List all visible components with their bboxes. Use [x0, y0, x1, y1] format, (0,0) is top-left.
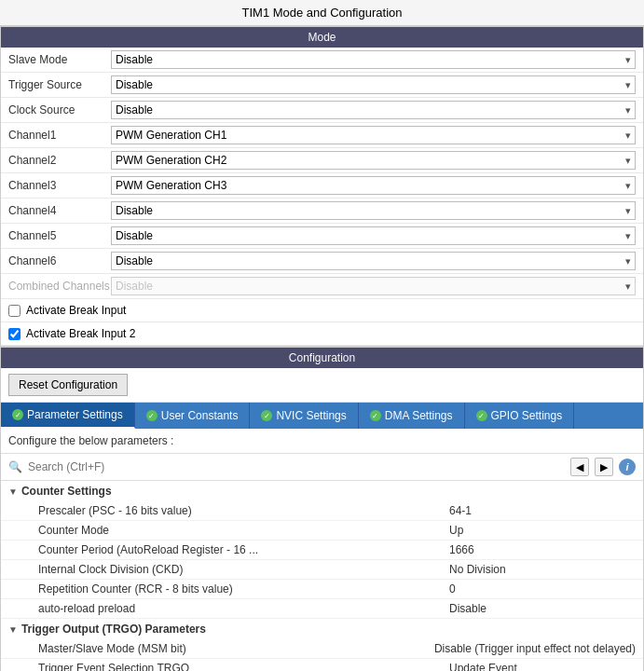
- field-label: Channel5: [8, 229, 111, 242]
- tab-check-icon: ✓: [12, 409, 23, 420]
- tab-label: Parameter Settings: [27, 408, 123, 421]
- field-label: Channel4: [8, 204, 111, 217]
- param-row: Prescaler (PSC - 16 bits value)64-1: [1, 501, 643, 521]
- mode-field-row: Channel2PWM Generation CH2: [1, 148, 643, 173]
- mode-fields: Slave ModeDisableTrigger SourceDisableCl…: [1, 48, 643, 299]
- search-input[interactable]: [28, 460, 565, 473]
- checkbox-row: Activate Break Input: [1, 299, 643, 322]
- field-select[interactable]: Disable: [111, 75, 636, 94]
- param-name: Prescaler (PSC - 16 bits value): [38, 504, 449, 517]
- param-row: Trigger Event Selection TRGOUpdate Event: [1, 659, 643, 671]
- mode-field-row: Combined ChannelsDisable: [1, 274, 643, 299]
- tab-gpio-settings[interactable]: ✓GPIO Settings: [465, 403, 575, 429]
- param-name: Master/Slave Mode (MSM bit): [38, 642, 434, 655]
- tab-check-icon: ✓: [146, 410, 158, 421]
- config-section: Configuration Reset Configuration ✓Param…: [0, 347, 644, 671]
- group-toggle-icon: ▼: [8, 624, 18, 635]
- checkbox-row: Activate Break Input 2: [1, 322, 643, 346]
- tab-dma-settings[interactable]: ✓DMA Settings: [359, 403, 465, 429]
- param-value: Update Event: [449, 662, 636, 671]
- param-row: Master/Slave Mode (MSM bit)Disable (Trig…: [1, 639, 643, 659]
- mode-field-row: Channel1PWM Generation CH1: [1, 123, 643, 148]
- field-label: Trigger Source: [8, 78, 111, 91]
- checkbox-label: Activate Break Input 2: [26, 327, 135, 340]
- mode-field-row: Trigger SourceDisable: [1, 73, 643, 98]
- tab-check-icon: ✓: [370, 410, 381, 421]
- param-value: 0: [449, 582, 636, 596]
- mode-section-header: Mode: [1, 27, 643, 48]
- group-label: Counter Settings: [21, 485, 112, 498]
- param-row: Counter Period (AutoReload Register - 16…: [1, 541, 643, 560]
- field-label: Channel3: [8, 179, 111, 192]
- field-label: Clock Source: [8, 103, 111, 116]
- tab-label: User Constants: [161, 409, 239, 422]
- tab-check-icon: ✓: [476, 410, 487, 421]
- param-name: Counter Mode: [38, 524, 449, 537]
- nav-prev-button[interactable]: ◀: [570, 458, 589, 476]
- mode-section: Mode Slave ModeDisableTrigger SourceDisa…: [0, 26, 644, 347]
- param-value: No Division: [449, 563, 636, 576]
- tab-nvic-settings[interactable]: ✓NVIC Settings: [250, 403, 358, 429]
- param-value: 64-1: [449, 504, 636, 517]
- param-value: Disable (Trigger input effect not delaye…: [434, 642, 636, 655]
- configure-text: Configure the below parameters :: [1, 429, 643, 454]
- group-header[interactable]: ▼Trigger Output (TRGO) Parameters: [1, 619, 643, 639]
- page-title: TIM1 Mode and Configuration: [0, 0, 644, 26]
- reset-btn-row: Reset Configuration: [1, 368, 643, 403]
- checkbox-input[interactable]: [8, 305, 21, 317]
- search-row: 🔍 ◀ ▶ i: [1, 454, 643, 481]
- field-select[interactable]: PWM Generation CH3: [111, 176, 636, 195]
- group-label: Trigger Output (TRGO) Parameters: [21, 623, 206, 636]
- param-row: auto-reload preloadDisable: [1, 599, 643, 619]
- field-select[interactable]: Disable: [111, 201, 636, 220]
- field-select[interactable]: PWM Generation CH1: [111, 126, 636, 144]
- field-label: Slave Mode: [8, 53, 111, 66]
- tab-label: GPIO Settings: [491, 409, 563, 422]
- nav-next-button[interactable]: ▶: [595, 458, 613, 476]
- tabs-row: ✓Parameter Settings✓User Constants✓NVIC …: [1, 403, 643, 429]
- config-section-header: Configuration: [1, 348, 643, 368]
- field-label: Channel1: [8, 129, 111, 142]
- param-row: Repetition Counter (RCR - 8 bits value)0: [1, 580, 643, 599]
- param-name: Repetition Counter (RCR - 8 bits value): [38, 582, 449, 596]
- field-select[interactable]: Disable: [111, 252, 636, 270]
- checkbox-label: Activate Break Input: [26, 304, 126, 317]
- param-value: 1666: [449, 543, 636, 556]
- param-name: Counter Period (AutoReload Register - 16…: [38, 543, 449, 556]
- field-label: Channel6: [8, 254, 111, 267]
- group-header[interactable]: ▼Counter Settings: [1, 481, 643, 501]
- param-row: Counter ModeUp: [1, 521, 643, 541]
- mode-field-row: Channel4Disable: [1, 199, 643, 224]
- param-value: Up: [449, 524, 636, 537]
- field-select[interactable]: PWM Generation CH2: [111, 151, 636, 170]
- mode-field-row: Slave ModeDisable: [1, 48, 643, 73]
- mode-field-row: Channel3PWM Generation CH3: [1, 173, 643, 199]
- field-label: Combined Channels: [8, 280, 111, 293]
- mode-field-row: Clock SourceDisable: [1, 98, 643, 123]
- param-name: Trigger Event Selection TRGO: [38, 662, 449, 671]
- tab-user-constants[interactable]: ✓User Constants: [135, 403, 251, 429]
- param-name: auto-reload preload: [38, 602, 449, 615]
- param-name: Internal Clock Division (CKD): [38, 563, 449, 576]
- field-select: Disable: [111, 277, 636, 295]
- checkbox-input[interactable]: [8, 328, 21, 340]
- field-select[interactable]: Disable: [111, 101, 636, 119]
- tab-label: NVIC Settings: [276, 409, 346, 422]
- tab-parameter-settings[interactable]: ✓Parameter Settings: [1, 403, 135, 429]
- field-select[interactable]: Disable: [111, 226, 636, 245]
- params-area: ▼Counter SettingsPrescaler (PSC - 16 bit…: [1, 481, 643, 671]
- tab-label: DMA Settings: [385, 409, 453, 422]
- mode-field-row: Channel5Disable: [1, 224, 643, 249]
- tab-check-icon: ✓: [261, 410, 272, 421]
- info-icon[interactable]: i: [619, 459, 636, 475]
- group-toggle-icon: ▼: [8, 486, 18, 497]
- search-icon: 🔍: [8, 460, 22, 473]
- field-label: Channel2: [8, 154, 111, 167]
- param-value: Disable: [449, 602, 636, 615]
- param-row: Internal Clock Division (CKD)No Division: [1, 560, 643, 580]
- reset-configuration-button[interactable]: Reset Configuration: [8, 374, 128, 396]
- checkboxes: Activate Break InputActivate Break Input…: [1, 299, 643, 346]
- mode-field-row: Channel6Disable: [1, 249, 643, 274]
- field-select[interactable]: Disable: [111, 50, 636, 69]
